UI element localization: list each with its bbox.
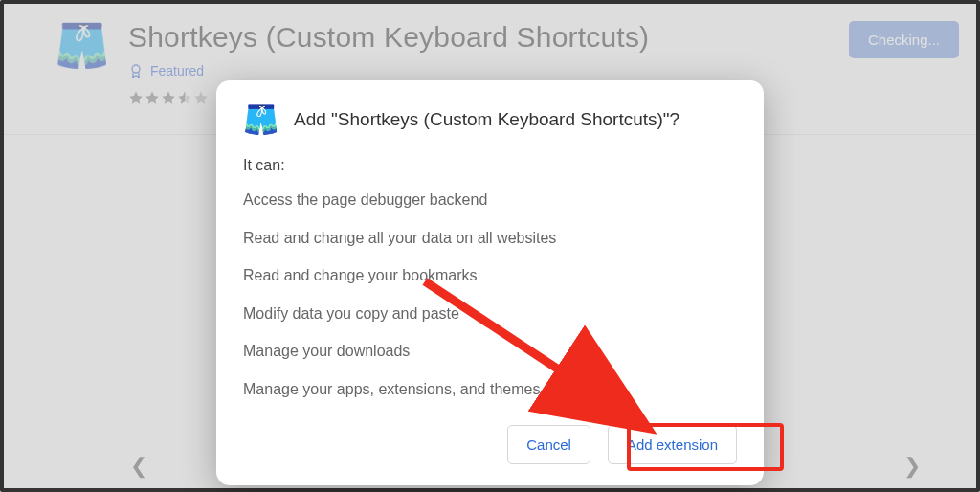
- dialog-actions: Cancel Add extension: [243, 425, 737, 464]
- permission-item: Access the page debugger backend: [243, 190, 737, 211]
- cancel-button[interactable]: Cancel: [507, 425, 590, 464]
- star-rating: [128, 90, 209, 105]
- page-title: Shortkeys (Custom Keyboard Shortcuts): [128, 21, 955, 54]
- star-icon: [161, 90, 176, 105]
- permission-item: Manage your apps, extensions, and themes: [243, 379, 737, 400]
- featured-label: Featured: [150, 63, 204, 78]
- chrome-web-store-page: 🩳 Shortkeys (Custom Keyboard Shortcuts) …: [0, 0, 980, 492]
- featured-badge: Featured: [128, 63, 955, 78]
- star-icon: [128, 90, 144, 105]
- featured-icon: [128, 63, 144, 78]
- star-empty-icon: [193, 90, 209, 105]
- dialog-title: Add "Shortkeys (Custom Keyboard Shortcut…: [294, 109, 679, 130]
- install-status-button[interactable]: Checking...: [849, 21, 959, 58]
- add-extension-button[interactable]: Add extension: [608, 425, 737, 464]
- permission-item: Read and change all your data on all web…: [243, 228, 737, 249]
- dialog-header: 🩳 Add "Shortkeys (Custom Keyboard Shortc…: [243, 105, 737, 134]
- permission-item: Read and change your bookmarks: [243, 265, 737, 286]
- star-half-icon: [177, 90, 192, 105]
- extension-icon: 🩳: [52, 21, 111, 69]
- permission-item: Manage your downloads: [243, 341, 737, 362]
- svg-point-0: [132, 65, 140, 73]
- dialog-extension-icon: 🩳: [243, 105, 278, 134]
- add-extension-dialog: 🩳 Add "Shortkeys (Custom Keyboard Shortc…: [216, 80, 764, 485]
- permission-item: Modify data you copy and paste: [243, 303, 737, 324]
- star-icon: [145, 90, 160, 105]
- permissions-list: Access the page debugger backend Read an…: [243, 190, 737, 400]
- permissions-intro: It can:: [243, 157, 737, 174]
